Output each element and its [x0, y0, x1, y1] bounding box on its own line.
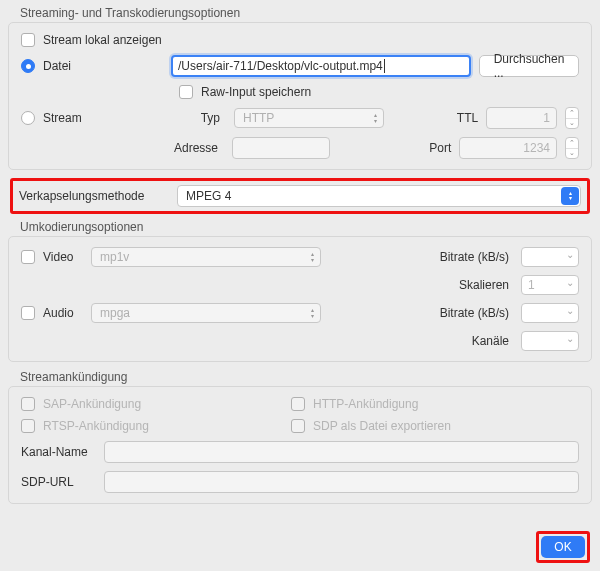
address-input[interactable] [232, 137, 330, 159]
audio-channels-popup[interactable] [521, 331, 579, 351]
file-radio[interactable] [21, 59, 35, 73]
sdp-export-checkbox [291, 419, 305, 433]
type-label: Typ [171, 111, 226, 125]
stepper-up-icon[interactable]: ⌃ [566, 108, 578, 119]
port-stepper[interactable]: ⌃ ⌄ [565, 137, 579, 159]
updown-arrows-icon: ▴▾ [307, 250, 317, 264]
video-label: Video [43, 250, 83, 264]
updown-arrows-icon: ▴▾ [370, 111, 380, 125]
video-scale-popup[interactable]: 1 [521, 275, 579, 295]
ttl-input[interactable]: 1 [486, 107, 557, 129]
show-local-checkbox[interactable] [21, 33, 35, 47]
channel-name-label: Kanal-Name [21, 445, 96, 459]
http-checkbox [291, 397, 305, 411]
file-path-input[interactable]: /Users/air-711/Desktop/vlc-output.mp4 [171, 55, 471, 77]
http-label: HTTP-Ankündigung [313, 397, 418, 411]
ttl-stepper[interactable]: ⌃ ⌄ [565, 107, 579, 129]
streaming-group: Stream lokal anzeigen Datei /Users/air-7… [8, 22, 592, 170]
encapsulation-value: MPEG 4 [186, 189, 231, 203]
file-path-text: /Users/air-711/Desktop/vlc-output.mp4 [178, 59, 383, 73]
encapsulation-popup[interactable]: MPEG 4 ▴▾ [177, 185, 581, 207]
channel-name-input[interactable] [104, 441, 579, 463]
video-bitrate-popup[interactable] [521, 247, 579, 267]
dropdown-arrows-icon: ▴▾ [561, 187, 579, 205]
video-codec-popup[interactable]: mp1v ▴▾ [91, 247, 321, 267]
streaming-group-title: Streaming- und Transkodierungsoptionen [20, 6, 592, 20]
address-label: Adresse [169, 141, 224, 155]
raw-input-label: Raw-Input speichern [201, 85, 311, 99]
video-codec-value: mp1v [100, 250, 129, 264]
transcoding-group-title: Umkodierungsoptionen [20, 220, 592, 234]
sap-checkbox [21, 397, 35, 411]
video-checkbox[interactable] [21, 250, 35, 264]
raw-input-checkbox[interactable] [179, 85, 193, 99]
ok-highlight: OK [536, 531, 590, 563]
port-placeholder: 1234 [466, 141, 550, 155]
stream-radio[interactable] [21, 111, 35, 125]
video-scale-label: Skalieren [433, 278, 513, 292]
sdp-export-label: SDP als Datei exportieren [313, 419, 451, 433]
stepper-down-icon[interactable]: ⌄ [566, 119, 578, 129]
audio-bitrate-label: Bitrate (kB/s) [433, 306, 513, 320]
ok-button[interactable]: OK [541, 536, 585, 558]
port-input[interactable]: 1234 [459, 137, 557, 159]
sap-label: SAP-Ankündigung [43, 397, 283, 411]
type-value: HTTP [243, 111, 274, 125]
announce-group-title: Streamankündigung [20, 370, 592, 384]
ttl-label: TTL [457, 111, 478, 125]
encapsulation-label: Verkapselungsmethode [19, 189, 169, 203]
stream-radio-label: Stream [43, 111, 163, 125]
file-radio-label: Datei [43, 59, 163, 73]
rtsp-label: RTSP-Ankündigung [43, 419, 283, 433]
show-local-label: Stream lokal anzeigen [43, 33, 162, 47]
type-popup[interactable]: HTTP ▴▾ [234, 108, 384, 128]
updown-arrows-icon: ▴▾ [307, 306, 317, 320]
port-label: Port [429, 141, 451, 155]
stepper-up-icon[interactable]: ⌃ [566, 138, 578, 149]
encapsulation-highlight: Verkapselungsmethode MPEG 4 ▴▾ [10, 178, 590, 214]
video-bitrate-label: Bitrate (kB/s) [433, 250, 513, 264]
transcoding-group: Video mp1v ▴▾ Bitrate (kB/s) Skalieren 1… [8, 236, 592, 362]
video-scale-value: 1 [528, 278, 535, 292]
sdp-url-label: SDP-URL [21, 475, 96, 489]
rtsp-checkbox [21, 419, 35, 433]
announce-group: SAP-Ankündigung HTTP-Ankündigung RTSP-An… [8, 386, 592, 504]
audio-codec-popup[interactable]: mpga ▴▾ [91, 303, 321, 323]
audio-label: Audio [43, 306, 83, 320]
ttl-value: 1 [493, 111, 550, 125]
audio-channels-label: Kanäle [433, 334, 513, 348]
audio-bitrate-popup[interactable] [521, 303, 579, 323]
browse-button[interactable]: Durchsuchen ... [479, 55, 579, 77]
audio-checkbox[interactable] [21, 306, 35, 320]
stepper-down-icon[interactable]: ⌄ [566, 149, 578, 159]
text-caret-icon [384, 59, 385, 73]
sdp-url-input[interactable] [104, 471, 579, 493]
audio-codec-value: mpga [100, 306, 130, 320]
